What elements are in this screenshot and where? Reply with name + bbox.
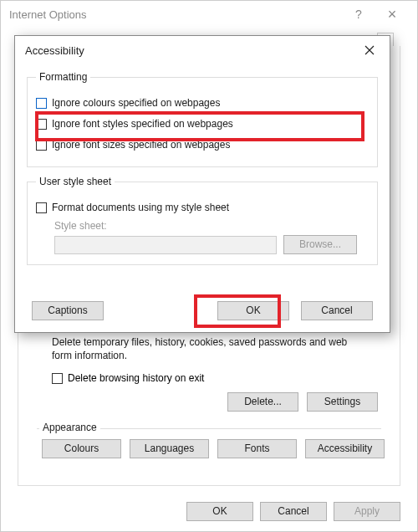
internet-options-bottom-buttons: OK Cancel Apply [1, 491, 417, 531]
ignore-fontsizes-label: Ignore font sizes specified on webpages [52, 139, 230, 151]
ignore-fontsizes-checkbox[interactable] [36, 140, 47, 151]
accessibility-titlebar: Accessibility [15, 36, 390, 64]
stylesheet-input-row: Browse... [36, 235, 369, 254]
close-icon [364, 45, 375, 55]
ignore-fontsizes-row: Ignore font sizes specified on webpages [36, 136, 369, 154]
browse-button: Browse... [283, 235, 357, 254]
window-title: Internet Options [9, 8, 342, 21]
user-stylesheet-group: User style sheet Format documents using … [27, 176, 378, 265]
ignore-colours-checkbox[interactable] [36, 98, 47, 109]
use-stylesheet-label: Format documents using my style sheet [52, 202, 229, 213]
fonts-button[interactable]: Fonts [217, 439, 297, 458]
io-cancel-button[interactable]: Cancel [260, 502, 327, 521]
io-ok-button[interactable]: OK [186, 502, 253, 521]
accessibility-ok-button[interactable]: OK [217, 301, 289, 320]
ignore-fontstyles-label: Ignore font styles specified on webpages [52, 118, 233, 130]
settings-button[interactable]: Settings [307, 392, 378, 412]
help-button[interactable]: ? [342, 8, 375, 21]
accessibility-dialog: Accessibility Formatting Ignore colours … [14, 35, 390, 333]
accessibility-bottom-buttons: Captions OK Cancel [15, 289, 390, 332]
ignore-colours-row: Ignore colours specified on webpages [36, 94, 369, 112]
internet-options-titlebar: Internet Options ? × [1, 1, 417, 28]
use-stylesheet-row: Format documents using my style sheet [36, 198, 369, 217]
ignore-fontstyles-checkbox[interactable] [36, 119, 47, 130]
colours-button[interactable]: Colours [42, 439, 121, 458]
languages-button[interactable]: Languages [130, 439, 209, 458]
appearance-buttons-row: Colours Languages Fonts Accessibility [42, 439, 385, 458]
stylesheet-label-row: Style sheet: [36, 220, 369, 232]
use-stylesheet-checkbox[interactable] [36, 202, 47, 213]
accessibility-title: Accessibility [25, 44, 354, 57]
ignore-fontstyles-row: Ignore font styles specified on webpages [36, 115, 369, 133]
stylesheet-input [54, 236, 277, 254]
delete-on-exit-checkbox[interactable] [52, 373, 63, 384]
accessibility-cancel-button[interactable]: Cancel [301, 301, 373, 320]
history-buttons-row: Delete... Settings [227, 392, 378, 412]
formatting-group: Formatting Ignore colours specified on w… [27, 71, 378, 167]
appearance-label: Appearance [39, 422, 100, 433]
accessibility-button[interactable]: Accessibility [305, 439, 385, 458]
user-stylesheet-legend: User style sheet [36, 176, 115, 187]
delete-on-exit-label: Delete browsing history on exit [68, 372, 204, 384]
ignore-colours-label: Ignore colours specified on webpages [52, 97, 220, 109]
delete-description: Delete temporary files, history, cookies… [52, 335, 366, 362]
formatting-legend: Formatting [36, 71, 90, 83]
captions-button[interactable]: Captions [32, 301, 104, 320]
delete-on-exit-row: Delete browsing history on exit [52, 372, 204, 384]
accessibility-body: Formatting Ignore colours specified on w… [23, 66, 381, 292]
accessibility-close-button[interactable] [354, 39, 385, 61]
delete-button[interactable]: Delete... [227, 392, 298, 412]
io-apply-button: Apply [334, 502, 400, 521]
close-button[interactable]: × [375, 6, 409, 23]
stylesheet-label: Style sheet: [54, 220, 107, 232]
